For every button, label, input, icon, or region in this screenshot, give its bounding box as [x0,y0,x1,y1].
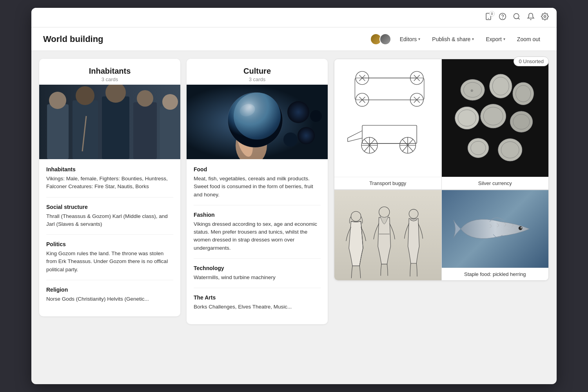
svg-point-68 [480,104,506,128]
editors-avatars [370,33,391,45]
phone-icon[interactable]: 0 [485,13,492,22]
silver-currency-cell[interactable]: ⊕ [442,59,549,189]
search-icon[interactable] [513,13,521,22]
grid-bottom-row: Staple food: pickled herring [334,190,548,280]
herring-caption: Staple food: pickled herring [442,268,549,280]
right-grid: Transport buggy [334,59,549,281]
svg-line-5 [518,18,520,20]
svg-point-28 [310,110,322,122]
svg-point-79 [409,209,418,218]
transport-buggy-cell[interactable]: Transport buggy [334,59,442,189]
section-fashion: Fashion Vikings dressed according to sex… [194,212,321,259]
svg-rect-12 [102,96,129,159]
grid-top-row: Transport buggy [334,59,548,190]
svg-point-82 [521,227,522,229]
svg-line-57 [348,138,362,142]
unsorted-badge[interactable]: 0 Unsorted [514,56,549,66]
inhabitants-image [39,85,180,159]
svg-rect-14 [133,102,157,159]
viking-sketches-cell[interactable] [334,190,442,280]
section-social: Social structure Thrall (Theassus & Gozo… [46,204,173,235]
svg-point-74 [498,139,522,161]
svg-line-56 [348,131,362,138]
svg-point-25 [287,101,309,123]
svg-text:⊕: ⊕ [470,89,474,93]
publish-button[interactable]: Publish & share ▾ [427,34,479,45]
avatar-2 [379,33,391,45]
transport-buggy-caption: Transport buggy [334,177,441,189]
svg-point-22 [228,93,283,147]
header-actions: Editors ▾ Publish & share ▾ Export ▾ Zoo… [370,33,545,45]
svg-point-15 [137,90,153,107]
inhabitants-content: Inhabitants Vikings: Male, female, Fight… [39,159,180,316]
herring-image [442,190,549,268]
gear-icon[interactable] [541,13,549,22]
top-bar-icons: 0 [485,13,549,22]
inhabitants-column: Inhabitants 3 cards [39,59,180,316]
svg-rect-29 [355,78,424,100]
svg-point-17 [162,94,178,110]
svg-point-26 [298,127,315,144]
svg-point-4 [514,14,519,19]
zoom-out-button[interactable]: Zoom out [512,34,545,45]
section-food: Food Meat, fish, vegetables, cereals and… [194,166,321,205]
svg-point-11 [76,86,94,105]
export-button[interactable]: Export ▾ [481,34,510,45]
inhabitants-header: Inhabitants 3 cards [39,59,180,85]
silver-currency-image: ⊕ [442,59,549,177]
section-politics: Politics King Gozom rules the land. The … [46,241,173,280]
main-header: World building Editors ▾ Publish & share… [31,27,557,51]
page-title: World building [43,34,103,44]
culture-content: Food Meat, fish, vegetables, cereals and… [187,159,328,324]
svg-point-62 [489,74,512,98]
culture-column: Culture 3 cards [187,59,328,324]
publish-chevron: ▾ [472,37,474,41]
culture-header: Culture 3 cards [187,59,328,85]
section-inhabitants: Inhabitants Vikings: Male, female, Fight… [46,166,173,198]
export-chevron: ▾ [503,37,505,41]
editors-chevron: ▾ [418,37,420,41]
svg-rect-44 [362,125,417,143]
notification-badge: 0 [489,11,495,16]
section-technology: Technology Watermills, wind turbine mach… [194,265,321,288]
section-arts: The Arts Borks Challenges, Elves Theatre… [194,294,321,311]
inhabitants-title: Inhabitants [47,67,172,76]
svg-point-76 [351,211,361,221]
editors-button[interactable]: Editors ▾ [395,34,425,45]
board-columns: Inhabitants 3 cards [39,59,549,324]
svg-point-24 [238,102,257,118]
svg-rect-16 [160,106,180,159]
herring-cell[interactable]: Staple food: pickled herring [442,190,549,280]
content-area: 0 Unsorted Inhabitants 3 cards [31,51,557,384]
svg-point-66 [455,107,479,129]
svg-rect-8 [47,104,69,159]
section-religion: Religion Norse Gods (Christianity) Helvi… [46,287,173,303]
top-bar: 0 [31,8,557,27]
culture-image [187,85,328,159]
svg-point-9 [49,92,66,109]
question-icon[interactable] [499,13,506,22]
transport-buggy-image [334,59,441,177]
svg-point-77 [379,207,390,218]
inhabitants-count: 3 cards [47,76,172,82]
svg-point-81 [519,227,522,230]
svg-point-6 [544,16,546,18]
svg-point-2 [499,13,506,20]
bell-icon[interactable] [527,13,535,22]
viking-sketches-image [334,190,441,280]
silver-currency-caption: Silver currency [442,177,549,189]
svg-point-27 [283,132,298,147]
